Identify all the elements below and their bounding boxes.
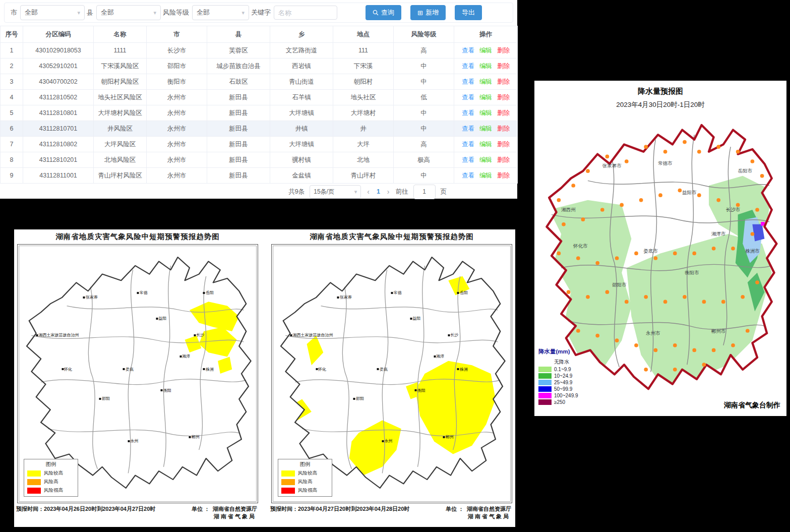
delete-link[interactable]: 删除	[497, 141, 510, 148]
view-link[interactable]: 查看	[462, 109, 474, 116]
table-row[interactable]: 243052910201下宋溪风险区邵阳市城步苗族自治县西岩镇下宋溪中查看编辑删…	[1, 58, 518, 74]
cell-place: 青山坪村	[333, 168, 394, 184]
legend-swatch	[27, 488, 41, 494]
unit-label: 单位 ：	[446, 505, 464, 520]
current-page[interactable]: 1	[376, 188, 381, 195]
cell-no: 4	[1, 90, 23, 105]
legend-swatch	[538, 386, 552, 392]
cell-city: 永州市	[147, 152, 207, 168]
edit-link[interactable]: 编辑	[479, 109, 492, 116]
cell-no: 7	[1, 137, 23, 152]
table-row[interactable]: 143010290180531111长沙市芙蓉区文艺路街道111高查看编辑删除	[1, 43, 518, 58]
prev-page-icon[interactable]: ‹	[366, 188, 371, 196]
add-button[interactable]: ⊞ 新增	[410, 5, 446, 20]
table-body: 143010290180531111长沙市芙蓉区文艺路街道111高查看编辑删除2…	[1, 43, 518, 184]
view-link[interactable]: 查看	[462, 63, 474, 70]
cell-code: 43112810201	[23, 152, 94, 168]
cell-name: 北地风险区	[94, 152, 147, 168]
goto-page-input[interactable]	[413, 185, 436, 199]
cell-city: 邵阳市	[147, 58, 207, 74]
legend-swatch	[281, 470, 295, 477]
table-row[interactable]: 543112810801大坪塘村风险区永州市新田县大坪塘镇大坪塘村中查看编辑删除	[1, 105, 518, 121]
legend-swatch	[538, 399, 552, 405]
edit-link[interactable]: 编辑	[479, 141, 492, 148]
page-size-select[interactable]: 15条/页 ▾	[310, 185, 361, 199]
table-row[interactable]: 443112810502地头社区风险区永州市新田县石羊镇地头社区低查看编辑删除	[1, 90, 518, 105]
cell-code: 43040700202	[23, 74, 94, 90]
legend-swatch	[538, 373, 552, 379]
trend-map-footer: 预报时间：2023年04月26日20时到2023年04月27日20时 单位 ： …	[14, 503, 261, 520]
precip-map-title: 降水量预报图	[534, 81, 786, 96]
cell-city: 永州市	[147, 168, 207, 184]
delete-link[interactable]: 删除	[497, 78, 510, 85]
city-select[interactable]: 全部 ▾	[20, 5, 85, 20]
delete-link[interactable]: 删除	[497, 47, 510, 54]
risk-zone-table: 序号 分区编码 名称 市 县 乡 地点 风险等级 操作 143010290180…	[0, 26, 518, 184]
edit-link[interactable]: 编辑	[479, 156, 492, 163]
edit-link[interactable]: 编辑	[479, 172, 492, 179]
legend-swatch	[538, 360, 552, 365]
delete-link[interactable]: 删除	[497, 109, 510, 116]
column-header: 序号	[1, 26, 23, 43]
table-row[interactable]: 643112810701井风险区永州市新田县井镇井中查看编辑删除	[1, 121, 518, 137]
export-button-label: 导出	[462, 8, 475, 17]
view-link[interactable]: 查看	[462, 156, 474, 163]
legend-label: 25~49.9	[554, 380, 572, 385]
county-select[interactable]: 全部 ▾	[96, 5, 161, 20]
column-header: 名称	[94, 26, 147, 43]
risk-level-select[interactable]: 全部 ▾	[192, 5, 249, 20]
precip-legend: 降水量(mm) 无降水0.1~9.910~24.925~49.950~99.91…	[538, 348, 578, 405]
column-header: 县	[207, 26, 270, 43]
cell-county: 城步苗族自治县	[207, 58, 270, 74]
view-link[interactable]: 查看	[462, 125, 474, 132]
risk-zone-panel: 市 全部 ▾ 县 全部 ▾ 风险等级 全部 ▾ 关键字 查询 ⊞ 新增 导出	[0, 0, 517, 199]
search-button[interactable]: 查询	[366, 5, 401, 20]
goto-label: 前往	[396, 188, 408, 196]
column-header: 风险等级	[394, 26, 454, 43]
cell-actions: 查看编辑删除	[454, 58, 518, 74]
edit-link[interactable]: 编辑	[479, 78, 492, 85]
delete-link[interactable]: 删除	[497, 172, 510, 179]
cell-place: 井	[333, 121, 394, 137]
view-link[interactable]: 查看	[462, 94, 474, 101]
cell-no: 8	[1, 152, 23, 168]
edit-link[interactable]: 编辑	[479, 47, 492, 54]
view-link[interactable]: 查看	[462, 47, 474, 54]
unit-line1: 湖南省自然资源厅	[213, 506, 257, 512]
cell-place: 北地	[333, 152, 394, 168]
table-row[interactable]: 743112810802大坪风险区永州市新田县大坪塘镇大坪高查看编辑删除	[1, 137, 518, 152]
delete-link[interactable]: 删除	[497, 94, 510, 101]
view-link[interactable]: 查看	[462, 78, 474, 85]
table-row[interactable]: 943112811001青山坪村风险区永州市新田县金盆镇青山坪村中查看编辑删除	[1, 168, 518, 184]
view-link[interactable]: 查看	[462, 141, 474, 148]
legend-label: ≥250	[554, 399, 565, 405]
delete-link[interactable]: 删除	[497, 63, 510, 70]
cell-town: 井镇	[270, 121, 333, 137]
delete-link[interactable]: 删除	[497, 156, 510, 163]
cell-town: 文艺路街道	[270, 43, 333, 58]
legend-label: 100~249.9	[554, 393, 578, 398]
cell-county: 新田县	[207, 152, 270, 168]
column-header: 操作	[454, 26, 518, 43]
cell-actions: 查看编辑删除	[454, 105, 518, 121]
view-link[interactable]: 查看	[462, 172, 474, 179]
edit-link[interactable]: 编辑	[479, 94, 492, 101]
edit-link[interactable]: 编辑	[479, 125, 492, 132]
keyword-input[interactable]	[274, 6, 337, 20]
cell-no: 1	[1, 43, 23, 58]
delete-link[interactable]: 删除	[497, 125, 510, 132]
cell-risk: 高	[394, 137, 454, 152]
legend-item: ≥250	[538, 399, 578, 405]
cell-city: 永州市	[147, 137, 207, 152]
legend-label: 50~99.9	[554, 386, 572, 392]
next-page-icon[interactable]: ›	[386, 188, 391, 196]
cell-risk: 极高	[394, 152, 454, 168]
legend-label: 风险很高	[298, 487, 317, 494]
legend-label: 风险高	[298, 479, 313, 485]
unit-label: 单位 ：	[192, 505, 210, 520]
export-button[interactable]: 导出	[455, 5, 482, 20]
table-row[interactable]: 843112810201北地风险区永州市新田县骥村镇北地极高查看编辑删除	[1, 152, 518, 168]
plus-square-icon: ⊞	[417, 10, 423, 16]
table-row[interactable]: 343040700202朝阳村风险区衡阳市石鼓区青山街道朝阳村中查看编辑删除	[1, 74, 518, 90]
edit-link[interactable]: 编辑	[479, 63, 492, 70]
